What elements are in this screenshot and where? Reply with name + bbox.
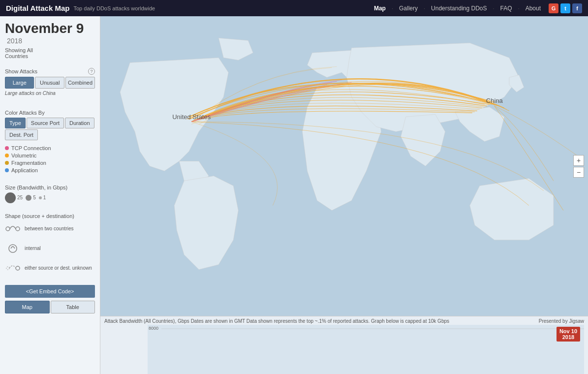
attack-bandwidth-label: Attack Bandwidth (All Countries), Gbps D… xyxy=(104,318,449,324)
world-map[interactable]: United States China + − xyxy=(100,16,588,316)
app-subtitle: Top daily DDoS attacks worldwide xyxy=(73,5,155,11)
svg-point-0 xyxy=(6,227,10,231)
combined-attack-button[interactable]: Combined xyxy=(65,77,95,89)
bubble-1: 1 xyxy=(39,195,46,200)
social-icons: G t f xyxy=(549,3,582,13)
main-nav: Map · Gallery · Understanding DDoS · FAQ… xyxy=(370,5,545,12)
date-day: November 9 xyxy=(5,21,84,36)
embed-code-button[interactable]: <Get Embed Code> xyxy=(5,285,95,298)
unusual-attack-button[interactable]: Unusual xyxy=(35,77,64,89)
main-layout: November 9 2018 Showing All Countries Sh… xyxy=(0,16,588,374)
google-plus-icon[interactable]: G xyxy=(549,3,558,13)
attack-status-text: Large attacks on China xyxy=(5,91,95,96)
bubble-large xyxy=(5,192,16,203)
size-bubbles: 25 5 1 xyxy=(5,192,95,203)
legend-application: Application xyxy=(5,167,95,173)
nav-about[interactable]: About xyxy=(522,5,545,12)
shape-section: Shape (source + destination) between two… xyxy=(5,208,95,280)
large-attack-button[interactable]: Large xyxy=(5,77,34,89)
bubble-small xyxy=(39,196,42,199)
bubble-5: 5 xyxy=(26,195,36,201)
map-view-button[interactable]: Map xyxy=(5,301,50,313)
between-countries-icon xyxy=(5,221,21,237)
legend-fragmentation: Fragmentation xyxy=(5,160,95,166)
fragmentation-dot xyxy=(5,161,9,165)
color-source-port-button[interactable]: Source Port xyxy=(27,118,64,128)
table-view-button[interactable]: Table xyxy=(51,301,95,313)
current-date-label: Nov 10 2018 xyxy=(557,327,580,342)
bubble-medium xyxy=(26,195,31,201)
jigsaw-label: Presented by Jigsaw xyxy=(539,318,584,324)
shape-label: Shape (source + destination) xyxy=(5,213,95,219)
size-section: Size (Bandwidth, in Gbps) 25 5 1 xyxy=(5,180,95,203)
nav-map[interactable]: Map xyxy=(370,5,390,12)
attack-type-buttons: Large Unusual Combined xyxy=(5,77,95,89)
showing-countries: Countries xyxy=(5,53,95,59)
color-attacks-label: Color Attacks By xyxy=(5,110,95,116)
nav-faq[interactable]: FAQ xyxy=(496,5,516,12)
app-title: Digital Attack Map xyxy=(6,4,69,12)
china-label: China xyxy=(486,97,503,104)
color-type-button[interactable]: Type xyxy=(5,118,26,128)
color-attacks-section: Color Attacks By Type Source Port Durati… xyxy=(5,105,95,140)
facebook-icon[interactable]: f xyxy=(572,3,582,13)
map-table-buttons: Map Table xyxy=(5,301,95,313)
showing-all: Showing All xyxy=(5,47,95,53)
color-dest-port-button[interactable]: Dest. Port xyxy=(5,129,38,140)
help-icon[interactable]: ? xyxy=(88,68,95,75)
legend-volumetric: Volumetric xyxy=(5,153,95,158)
zoom-controls: + − xyxy=(573,155,584,178)
zoom-in-button[interactable]: + xyxy=(573,155,584,166)
internal-icon xyxy=(5,241,21,256)
bottom-content: ▶ ◀◀ ▶▶ Nov 10 2018 xyxy=(104,325,584,374)
color-duration-button[interactable]: Duration xyxy=(65,118,94,128)
map-area: United States China + − Attack Bandwidth… xyxy=(100,16,588,374)
playback-controls: ▶ ◀◀ ▶▶ xyxy=(104,325,144,374)
bottom-panel: Attack Bandwidth (All Countries), Gbps D… xyxy=(100,316,588,374)
date-section: November 9 2018 Showing All Countries xyxy=(5,21,95,59)
unknown-icon xyxy=(5,260,21,276)
tcp-dot xyxy=(5,146,9,150)
bottom-info-text: Attack Bandwidth (All Countries), Gbps D… xyxy=(104,318,584,324)
date-year: 2018 xyxy=(7,37,22,45)
svg-point-4 xyxy=(16,266,20,270)
zoom-out-button[interactable]: − xyxy=(573,167,584,178)
nav-understanding-ddos[interactable]: Understanding DDoS xyxy=(427,5,491,12)
svg-point-3 xyxy=(6,267,9,270)
nav-gallery[interactable]: Gallery xyxy=(395,5,422,12)
bubble-25: 25 xyxy=(5,192,23,203)
shape-internal: internal xyxy=(5,241,95,256)
svg-point-1 xyxy=(16,227,20,231)
sidebar: November 9 2018 Showing All Countries Sh… xyxy=(0,16,100,374)
shape-between-countries: between two countries xyxy=(5,221,95,237)
color-by-buttons: Type Source Port Duration Dest. Port xyxy=(5,118,95,140)
show-attacks-label: Show Attacks ? xyxy=(5,68,95,75)
svg-point-2 xyxy=(9,245,17,252)
volumetric-dot xyxy=(5,154,9,157)
timeline-chart[interactable]: Nov 10 2018 xyxy=(148,325,584,374)
attack-legend: TCP Connection Volumetric Fragmentation … xyxy=(5,145,95,175)
size-label: Size (Bandwidth, in Gbps) xyxy=(5,185,95,190)
application-dot xyxy=(5,168,9,172)
legend-tcp: TCP Connection xyxy=(5,145,95,151)
shape-unknown: either source or dest. unknown xyxy=(5,260,95,276)
twitter-icon[interactable]: t xyxy=(560,3,570,13)
us-label: United States xyxy=(172,113,211,121)
header: Digital Attack Map Top daily DDoS attack… xyxy=(0,0,588,16)
